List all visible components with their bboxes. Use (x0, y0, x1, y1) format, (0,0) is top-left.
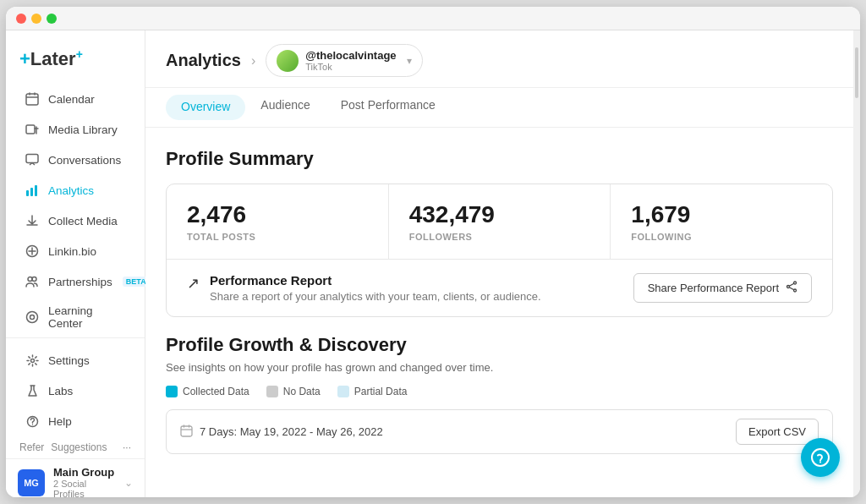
svg-point-11 (30, 359, 34, 362)
labs-icon (25, 383, 40, 398)
linkin-bio-icon (25, 244, 40, 259)
date-range-left: 7 Days: May 19, 2022 - May 26, 2022 (180, 425, 383, 440)
svg-point-9 (27, 312, 38, 323)
media-library-icon (25, 122, 40, 137)
date-range-text: 7 Days: May 19, 2022 - May 26, 2022 (200, 425, 383, 438)
suggestions-label: Suggestions (51, 441, 107, 453)
svg-rect-1 (26, 125, 35, 134)
svg-point-8 (32, 277, 36, 282)
legend-no-data: No Data (266, 386, 321, 397)
nav-analytics[interactable]: Analytics (11, 175, 140, 205)
tab-audience[interactable]: Audience (245, 88, 325, 128)
help-icon (25, 414, 40, 429)
performance-report-row: ↗ Performance Report Share a report of y… (167, 260, 832, 316)
nav-partnerships-label: Partnerships (48, 276, 112, 288)
workspace-row[interactable]: MG Main Group 2 Social Profiles ⌄ (6, 458, 145, 497)
export-csv-button[interactable]: Export CSV (736, 419, 819, 445)
nav-media-library[interactable]: Media Library (11, 114, 140, 145)
calendar-small-icon (180, 425, 193, 440)
svg-point-10 (30, 315, 35, 320)
nav-linkin-bio[interactable]: Linkin.bio (11, 236, 140, 266)
trending-up-icon: ↗ (187, 274, 200, 293)
share-performance-report-label: Share Performance Report (648, 282, 779, 294)
growth-title: Profile Growth & Discovery (166, 334, 833, 356)
share-icon (786, 281, 797, 295)
main-content: Profile Summary 2,476 TOTAL POSTS 432,47… (145, 128, 853, 497)
account-name: @thelocalvintage (305, 49, 396, 62)
export-csv-label: Export CSV (748, 425, 806, 438)
stat-total-posts: 2,476 TOTAL POSTS (167, 184, 389, 259)
svg-rect-0 (26, 94, 38, 105)
tab-overview[interactable]: Overview (166, 95, 245, 120)
maximize-button[interactable] (47, 14, 57, 24)
logo-icon: +Later+ (19, 47, 83, 70)
svg-point-19 (819, 462, 821, 463)
workspace-sub: 2 Social Profiles (53, 479, 116, 497)
workspace-name: Main Group (53, 466, 116, 479)
chevron-up-down-icon: ⌄ (124, 477, 133, 489)
nav-help[interactable]: Help (11, 406, 140, 436)
avatar: MG (18, 469, 45, 496)
minimize-button[interactable] (31, 14, 41, 24)
perf-desc: Share a report of your analytics with yo… (210, 290, 541, 303)
nav-analytics-label: Analytics (48, 184, 94, 197)
nav-settings[interactable]: Settings (11, 345, 140, 375)
stat-followers-label: FOLLOWERS (409, 232, 590, 242)
account-platform: TikTok (305, 62, 396, 72)
main-header: Analytics › @thelocalvintage TikTok ▾ (145, 30, 853, 88)
traffic-lights (16, 14, 57, 24)
stat-following: 1,679 FOLLOWING (611, 184, 832, 259)
help-fab[interactable] (801, 438, 840, 477)
account-selector[interactable]: @thelocalvintage TikTok ▾ (266, 44, 422, 77)
calendar-icon (25, 91, 40, 107)
partial-data-label: Partial Data (354, 386, 408, 397)
main-area: Analytics › @thelocalvintage TikTok ▾ Ov… (145, 30, 853, 497)
svg-rect-2 (26, 155, 38, 163)
close-button[interactable] (16, 14, 26, 24)
learning-center-icon (25, 310, 40, 325)
stat-followers-value: 432,479 (409, 201, 590, 228)
partial-data-dot (337, 386, 349, 397)
scrollbar[interactable] (853, 30, 860, 497)
sidebar: +Later+ Calendar Media Library (6, 30, 145, 497)
title-bar (6, 7, 860, 30)
nav-collect-media[interactable]: Collect Media (11, 205, 140, 236)
svg-point-13 (31, 424, 32, 425)
sidebar-bottom: Settings Labs Help Refer Suggestions (6, 337, 145, 497)
collected-data-dot (166, 386, 178, 397)
nav-calendar-label: Calendar (48, 93, 95, 106)
svg-rect-5 (35, 185, 37, 196)
nav-learning-center[interactable]: Learning Center (11, 297, 140, 337)
nav-partnerships[interactable]: Partnerships BETA (11, 266, 140, 297)
account-avatar (277, 50, 299, 72)
svg-rect-3 (26, 190, 29, 196)
nav-conversations[interactable]: Conversations (11, 145, 140, 175)
nav-linkin-bio-label: Linkin.bio (48, 245, 96, 258)
perf-title: Performance Report (210, 273, 541, 288)
stats-row: 2,476 TOTAL POSTS 432,479 FOLLOWERS 1,67… (167, 184, 832, 260)
nav-labs-label: Labs (48, 385, 73, 397)
svg-point-16 (787, 286, 790, 288)
more-options-icon[interactable]: ··· (123, 441, 131, 453)
nav-collect-media-label: Collect Media (48, 215, 118, 227)
legend-partial: Partial Data (337, 386, 408, 397)
nav-media-library-label: Media Library (48, 123, 118, 136)
growth-section: Profile Growth & Discovery See insights … (166, 334, 833, 454)
perf-left: ↗ Performance Report Share a report of y… (187, 273, 541, 303)
nav-conversations-label: Conversations (48, 154, 121, 167)
scrollbar-thumb[interactable] (855, 47, 858, 98)
collect-media-icon (25, 213, 40, 228)
legend-collected: Collected Data (166, 386, 249, 397)
stat-total-posts-value: 2,476 (187, 201, 368, 228)
nav-calendar[interactable]: Calendar (11, 84, 140, 114)
tab-post-performance[interactable]: Post Performance (326, 88, 451, 128)
stat-following-value: 1,679 (631, 201, 812, 228)
stat-following-label: FOLLOWING (631, 232, 812, 242)
nav-labs[interactable]: Labs (11, 375, 140, 406)
share-performance-report-button[interactable]: Share Performance Report (633, 273, 812, 303)
breadcrumb-arrow: › (251, 53, 255, 68)
account-chevron-icon: ▾ (407, 55, 412, 67)
no-data-dot (266, 386, 278, 397)
header-analytics-title: Analytics (166, 51, 241, 70)
conversations-icon (25, 152, 40, 167)
